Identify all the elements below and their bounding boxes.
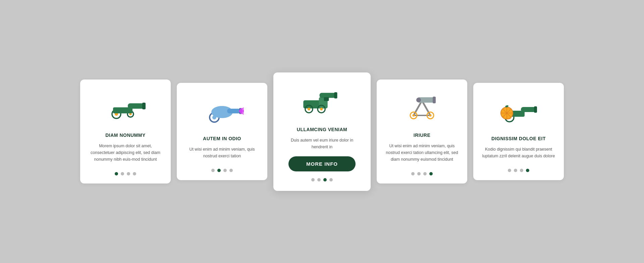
svg-line-26	[422, 101, 430, 115]
dot	[133, 172, 136, 175]
card-2-dots	[211, 165, 233, 172]
svg-rect-10	[227, 109, 240, 113]
dot	[508, 169, 511, 172]
svg-rect-39	[534, 106, 537, 113]
svg-rect-24	[324, 97, 329, 101]
card-3-icon	[300, 84, 344, 117]
card-5-dots	[508, 165, 529, 172]
svg-rect-38	[521, 107, 536, 112]
dot	[217, 169, 221, 172]
card-5-body: Kodio dignissim qui blandit praesent lup…	[481, 146, 556, 159]
dot	[223, 169, 227, 172]
card-4: IRIURE Ut wisi enim ad minim veniam, qui…	[377, 80, 467, 183]
dot	[127, 172, 130, 175]
card-5: DIGNISSIM DOLOE EIT Kodio dignissim qui …	[473, 83, 564, 180]
dot	[423, 172, 427, 175]
dot	[526, 169, 529, 172]
card-4-title: IRIURE	[414, 133, 430, 138]
dot	[411, 172, 415, 175]
card-1-title: DIAM NONUMMY	[105, 133, 146, 138]
card-5-icon	[497, 93, 540, 126]
card-3-dots	[311, 175, 333, 181]
svg-point-34	[416, 98, 421, 102]
svg-point-31	[429, 114, 432, 117]
card-1-body: Morem ipsum dolor sit amet, consectetuer…	[88, 143, 163, 163]
svg-rect-5	[128, 103, 144, 109]
dot	[323, 178, 327, 181]
card-1-dots	[115, 169, 136, 175]
card-3-body: Duis autem vel eum iriure dolor in hendr…	[283, 137, 361, 150]
card-2-body: Ut wisi enim ad minim veniam, quis nostr…	[185, 146, 259, 159]
dot	[229, 169, 233, 172]
dot	[520, 169, 523, 172]
dot	[121, 172, 124, 175]
card-3-title: ULLAMCING VENIAM	[297, 127, 347, 132]
svg-point-19	[308, 107, 310, 110]
dot	[115, 172, 118, 175]
card-4-body: Ut wisi enim ad minim veniam, quis nostr…	[385, 143, 459, 163]
dot	[329, 178, 333, 181]
cards-container: DIAM NONUMMY Morem ipsum dolor sit amet,…	[60, 59, 584, 204]
card-1: DIAM NONUMMY Morem ipsum dolor sit amet,…	[80, 80, 171, 183]
card-4-icon	[400, 90, 444, 123]
svg-rect-23	[334, 92, 337, 98]
card-3: ULLAMCING VENIAM Duis autem vel eum iriu…	[273, 72, 371, 191]
dot	[317, 178, 321, 181]
card-2: AUTEM IN ODIO Ut wisi enim ad minim veni…	[177, 83, 267, 180]
svg-rect-6	[142, 103, 146, 109]
dot	[211, 169, 215, 172]
svg-point-21	[320, 107, 323, 110]
svg-rect-33	[433, 97, 436, 103]
dot	[417, 172, 421, 175]
card-5-title: DIGNISSIM DOLOE EIT	[491, 136, 546, 141]
card-1-icon	[104, 90, 147, 123]
dot	[311, 178, 315, 181]
svg-point-29	[413, 114, 415, 117]
dot	[514, 169, 517, 172]
svg-line-25	[414, 101, 422, 115]
dot	[429, 172, 433, 175]
card-2-icon	[200, 93, 244, 126]
more-info-button[interactable]: MORE INFO	[288, 156, 356, 171]
card-2-title: AUTEM IN ODIO	[203, 136, 241, 141]
card-4-dots	[411, 169, 433, 175]
svg-rect-22	[320, 93, 336, 98]
